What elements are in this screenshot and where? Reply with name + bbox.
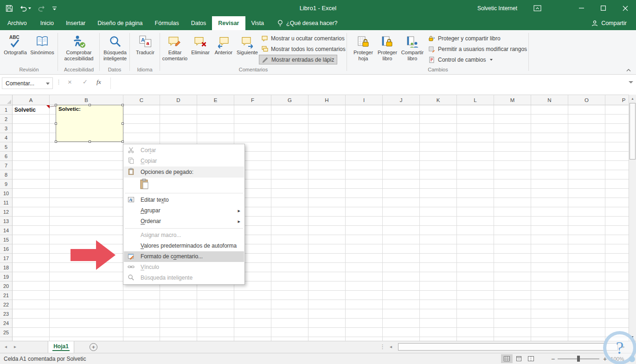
horizontal-scrollbar-thumb[interactable]: [398, 343, 618, 351]
row-header-2[interactable]: 2: [0, 115, 13, 124]
row-header-20[interactable]: 20: [0, 281, 13, 291]
resize-handle[interactable]: [122, 140, 124, 143]
vertical-scrollbar[interactable]: ▴ ▾: [629, 95, 636, 341]
row-header-9[interactable]: 9: [0, 179, 13, 189]
column-header-E[interactable]: E: [197, 95, 234, 105]
tab-scroll-splitter[interactable]: ⋮: [379, 343, 385, 350]
menu-item-formato-comentario[interactable]: Formato de comentario...: [124, 251, 244, 262]
menu-item-agrupar[interactable]: Agrupar ▸: [124, 205, 244, 216]
save-button[interactable]: [6, 5, 13, 12]
menu-item-editar-texto[interactable]: A Editar texto: [124, 195, 244, 205]
column-header-D[interactable]: D: [160, 95, 197, 105]
column-header-K[interactable]: K: [420, 95, 457, 105]
tab-datos[interactable]: Datos: [185, 16, 212, 30]
formula-bar-expand-icon[interactable]: [629, 81, 633, 83]
sheet-nav-next-icon[interactable]: ▸: [14, 344, 16, 349]
control-cambios-button[interactable]: Control de cambios: [426, 55, 495, 64]
column-header-P[interactable]: P: [605, 95, 629, 105]
sheet-nav-prev-icon[interactable]: ◂: [5, 344, 7, 349]
row-header-17[interactable]: 17: [0, 254, 13, 263]
spreadsheet-grid[interactable]: Solvetic Solvetic: ABCDEFGHIJKLMNOP12345…: [0, 95, 629, 341]
hscroll-left-arrow-icon[interactable]: ◂: [390, 344, 392, 349]
column-header-M[interactable]: M: [494, 95, 531, 105]
column-header-L[interactable]: L: [457, 95, 494, 105]
tab-archivo[interactable]: Archivo: [0, 16, 34, 30]
vertical-scrollbar-thumb[interactable]: [630, 103, 636, 160]
traducir-button[interactable]: Aa Traducir: [132, 32, 158, 66]
row-header-24[interactable]: 24: [0, 319, 13, 328]
row-header-8[interactable]: 8: [0, 170, 13, 179]
account-name[interactable]: Solvetic Internet: [477, 0, 517, 16]
minimize-button[interactable]: [571, 0, 592, 16]
proteger-compartir-libro-button[interactable]: Proteger y compartir libro: [426, 33, 503, 43]
resize-handle[interactable]: [55, 104, 57, 106]
row-header-22[interactable]: 22: [0, 300, 13, 309]
tell-me-box[interactable]: ¿Qué desea hacer?: [277, 16, 338, 30]
customize-qat-button[interactable]: [52, 6, 57, 11]
insert-function-button[interactable]: fx: [96, 78, 101, 86]
row-header-4[interactable]: 4: [0, 133, 13, 142]
sinonimos-button[interactable]: Sinónimos: [29, 32, 56, 66]
resize-handle[interactable]: [55, 140, 57, 143]
column-header-N[interactable]: N: [531, 95, 568, 105]
row-header-12[interactable]: 12: [0, 207, 13, 217]
row-header-13[interactable]: 13: [0, 217, 13, 226]
sheet-tab-hoja1[interactable]: Hoja1: [48, 341, 74, 353]
zoom-slider-thumb[interactable]: [577, 356, 580, 362]
row-header-1[interactable]: 1: [0, 105, 13, 115]
row-header-16[interactable]: 16: [0, 244, 13, 254]
row-header-23[interactable]: 23: [0, 309, 13, 319]
page-layout-view-button[interactable]: [513, 354, 525, 363]
row-header-18[interactable]: 18: [0, 263, 13, 272]
menu-item-ordenar[interactable]: Ordenar ▸: [124, 216, 244, 227]
siguiente-button[interactable]: Siguiente: [236, 32, 259, 66]
row-header-10[interactable]: 10: [0, 189, 13, 198]
menu-item-valores-predeterminados[interactable]: Valores predeterminados de autoforma: [124, 241, 244, 251]
column-header-I[interactable]: I: [346, 95, 383, 105]
busqueda-inteligente-button[interactable]: Búsqueda inteligente: [102, 32, 128, 66]
column-header-F[interactable]: F: [234, 95, 271, 105]
collapse-ribbon-button[interactable]: [625, 67, 632, 73]
column-header-O[interactable]: O: [568, 95, 605, 105]
page-break-view-button[interactable]: [525, 354, 537, 363]
comprobar-accesibilidad-button[interactable]: Comprobar accesibilidad: [60, 32, 97, 66]
cell-a1-value[interactable]: Solvetic: [14, 105, 36, 115]
formula-input[interactable]: [111, 77, 626, 89]
tab-diseno-de-pagina[interactable]: Diseño de página: [91, 16, 148, 30]
name-box[interactable]: Comentar...: [2, 77, 53, 89]
row-header-21[interactable]: 21: [0, 291, 13, 300]
editar-comentario-button[interactable]: Editar comentario: [161, 32, 188, 66]
anterior-button[interactable]: Anterior: [212, 32, 235, 66]
tab-inicio[interactable]: Inicio: [34, 16, 60, 30]
tab-revisar[interactable]: Revisar: [212, 16, 245, 30]
resize-handle[interactable]: [122, 122, 124, 125]
select-all-corner[interactable]: [0, 95, 13, 105]
compartir-libro-button[interactable]: Compartir libro: [400, 32, 425, 66]
column-header-J[interactable]: J: [383, 95, 420, 105]
row-header-3[interactable]: 3: [0, 124, 13, 133]
resize-handle[interactable]: [89, 140, 91, 143]
eliminar-comentario-button[interactable]: Eliminar: [189, 32, 212, 66]
normal-view-button[interactable]: [501, 354, 513, 363]
ortografia-button[interactable]: ABC Ortografía: [3, 32, 28, 66]
mostrar-ocultar-comentarios-button[interactable]: Mostrar u ocultar comentarios: [259, 33, 347, 43]
comment-box[interactable]: Solvetic:: [56, 105, 123, 142]
resize-handle[interactable]: [55, 122, 57, 125]
resize-handle[interactable]: [122, 104, 124, 106]
proteger-libro-button[interactable]: Proteger libro: [376, 32, 399, 66]
column-header-G[interactable]: G: [271, 95, 308, 105]
column-header-C[interactable]: C: [123, 95, 160, 105]
zoom-out-button[interactable]: −: [549, 354, 557, 363]
tab-formulas[interactable]: Fórmulas: [149, 16, 185, 30]
row-header-25[interactable]: 25: [0, 328, 13, 337]
paste-button[interactable]: [140, 179, 149, 191]
redo-button[interactable]: [38, 5, 45, 12]
new-sheet-button[interactable]: +: [90, 343, 97, 351]
ribbon-display-options-button[interactable]: [529, 0, 545, 16]
close-button[interactable]: [614, 0, 636, 16]
row-header-19[interactable]: 19: [0, 272, 13, 281]
row-header-14[interactable]: 14: [0, 226, 13, 235]
column-header-A[interactable]: A: [13, 95, 50, 105]
undo-button[interactable]: [19, 5, 31, 12]
maximize-button[interactable]: [592, 0, 614, 16]
